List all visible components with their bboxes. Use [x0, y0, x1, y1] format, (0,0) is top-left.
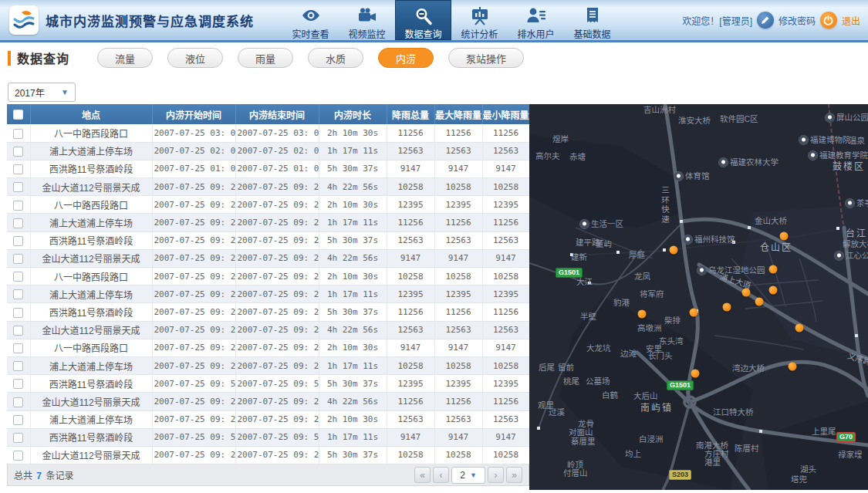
- row-checkbox[interactable]: [13, 433, 23, 443]
- nav-item-data-query[interactable]: 数据查询: [395, 0, 451, 40]
- table-row[interactable]: 浦上大道浦上停车场2007-07-25 02: 002007-07-25 02:…: [7, 142, 529, 160]
- flood-point-marker[interactable]: [769, 265, 778, 274]
- flood-point-marker[interactable]: [769, 286, 778, 295]
- app-root: 城市内涝监测预警与应急调度系统 实时查看 视频监控 数据查询: [0, 0, 868, 493]
- duration-cell: 2h 10m 30s: [319, 268, 387, 285]
- table-row[interactable]: 金山大道112号丽景天成2007-07-25 09: 212007-07-25 …: [7, 249, 529, 267]
- flood-point-marker[interactable]: [742, 289, 751, 297]
- row-checkbox-cell: [7, 285, 30, 303]
- table-row[interactable]: 八一中路西段路口2007-07-25 03: 002007-07-25 03: …: [7, 124, 529, 142]
- nav-item-base-data[interactable]: 基础数据: [564, 0, 620, 40]
- end-time-cell: 2007-07-25 09: 21: [235, 410, 319, 428]
- power-icon[interactable]: [820, 12, 837, 29]
- end-time-cell: 2007-07-25 09: 21: [235, 196, 319, 214]
- prev-page-button[interactable]: ‹: [433, 467, 449, 483]
- nav-item-drain-users[interactable]: 排水用户: [508, 0, 564, 40]
- row-checkbox[interactable]: [13, 147, 23, 157]
- next-page-button[interactable]: ›: [488, 467, 504, 483]
- row-checkbox-cell: [7, 214, 30, 231]
- table-row[interactable]: 西洪路11号祭酒岭段2007-07-25 01: 002007-07-25 01…: [7, 160, 529, 177]
- row-checkbox[interactable]: [13, 236, 23, 246]
- start-time-cell: 2007-07-25 09: 21: [152, 196, 235, 214]
- table-row[interactable]: 金山大道112号丽景天成2007-07-25 09: 212007-07-25 …: [7, 393, 529, 410]
- last-page-button[interactable]: »: [506, 467, 522, 483]
- flood-point-marker[interactable]: [780, 232, 789, 241]
- year-select[interactable]: 2017年 ▼: [8, 83, 76, 102]
- table-row[interactable]: 浦上大道浦上停车场2007-07-25 09: 212007-07-25 09:…: [7, 410, 529, 428]
- row-checkbox[interactable]: [13, 308, 23, 318]
- filter-flow[interactable]: 流量: [97, 48, 153, 68]
- flood-point-marker[interactable]: [638, 310, 647, 319]
- flood-point-marker[interactable]: [690, 309, 698, 317]
- nav-item-statistics[interactable]: 统计分析: [451, 0, 508, 40]
- flood-point-marker[interactable]: [670, 246, 678, 255]
- flood-point-marker[interactable]: [691, 370, 700, 378]
- map-label: 半壁: [580, 312, 596, 321]
- filter-rain[interactable]: 雨量: [238, 48, 293, 68]
- row-checkbox[interactable]: [13, 361, 23, 371]
- row-checkbox[interactable]: [13, 289, 23, 299]
- row-checkbox[interactable]: [13, 379, 23, 389]
- rain-min-cell: 9147: [482, 339, 529, 356]
- first-page-button[interactable]: «: [414, 467, 431, 483]
- nav-item-realtime[interactable]: 实时查看: [282, 0, 339, 40]
- start-time-cell: 2007-07-25 09: 21: [152, 303, 235, 321]
- table-row[interactable]: 西洪路11号祭酒岭段2007-07-25 09: 212007-07-25 09…: [7, 303, 529, 321]
- flood-point-marker[interactable]: [755, 298, 764, 306]
- table-row[interactable]: 金山大道112号丽景天成2007-07-25 09: 212007-07-25 …: [7, 178, 529, 196]
- table-row[interactable]: 西洪路11号祭酒岭段2007-07-25 09: 542007-07-25 09…: [7, 428, 529, 446]
- row-checkbox[interactable]: [13, 201, 23, 211]
- start-time-cell: 2007-07-25 09: 21: [152, 178, 235, 196]
- rain-total-cell: 12395: [387, 375, 434, 393]
- rain-max-cell: 10258: [434, 178, 482, 196]
- rain-total-cell: 12563: [387, 231, 434, 249]
- table-row[interactable]: 八一中路西段路口2007-07-25 09: 212007-07-25 09: …: [7, 339, 529, 356]
- rain-total-cell: 9147: [387, 249, 434, 267]
- map-label: 留前: [558, 363, 574, 372]
- edit-pencil-icon[interactable]: [757, 12, 774, 29]
- filter-waterlogging[interactable]: 内涝: [378, 48, 434, 68]
- row-checkbox[interactable]: [13, 129, 23, 139]
- flood-point-marker[interactable]: [795, 324, 804, 333]
- row-checkbox[interactable]: [13, 164, 23, 174]
- row-checkbox[interactable]: [13, 397, 23, 407]
- row-checkbox[interactable]: [13, 254, 23, 264]
- map-panel[interactable]: 吉山洲村淮安大桥软件园C区屏山公园煜岸福建博物院温泉高尔夫赤塘福建教育学院福建农…: [529, 104, 868, 490]
- nav-item-video[interactable]: 视频监控: [339, 0, 395, 40]
- rain-max-cell: 12563: [434, 321, 482, 339]
- row-checkbox[interactable]: [13, 326, 23, 336]
- filter-pump[interactable]: 泵站操作: [448, 48, 524, 68]
- row-checkbox[interactable]: [13, 415, 23, 425]
- row-checkbox[interactable]: [13, 451, 23, 461]
- page-select[interactable]: 2 ▼: [451, 467, 485, 484]
- table-row[interactable]: 浦上大道浦上停车场2007-07-25 09: 212007-07-25 09:…: [7, 285, 529, 303]
- row-checkbox[interactable]: [13, 218, 23, 228]
- row-checkbox[interactable]: [13, 272, 23, 282]
- filter-level[interactable]: 液位: [167, 48, 223, 68]
- rain-total-cell: 11256: [387, 214, 434, 231]
- flood-point-marker[interactable]: [789, 363, 797, 371]
- table-row[interactable]: 金山大道112号丽景天成2007-07-25 09: 212007-07-25 …: [7, 446, 529, 464]
- table-row[interactable]: 西洪路11号祭酒岭段2007-07-25 09: 212007-07-25 09…: [7, 231, 529, 249]
- table-row[interactable]: 八一中路西段路口2007-07-25 09: 212007-07-25 09: …: [7, 196, 529, 214]
- page-number: 2: [460, 470, 465, 481]
- select-all-checkbox[interactable]: [13, 110, 23, 120]
- rain-max-cell: 10258: [434, 268, 482, 285]
- row-checkbox[interactable]: [13, 343, 23, 353]
- row-checkbox[interactable]: [13, 182, 23, 192]
- table-row[interactable]: 金山大道112号丽景天成2007-07-25 09: 212007-07-25 …: [7, 321, 529, 339]
- table-row[interactable]: 浦上大道浦上停车场2007-07-25 09: 212007-07-25 09:…: [7, 356, 529, 374]
- drain-user-icon: [526, 5, 546, 25]
- row-checkbox-cell: [7, 268, 30, 285]
- table-row[interactable]: 八一中路西段路口2007-07-25 09: 212007-07-25 09: …: [7, 268, 529, 285]
- filter-quality[interactable]: 水质: [308, 48, 363, 68]
- table-row[interactable]: 西洪路11号祭酒岭段2007-07-25 09: 542007-07-25 09…: [7, 375, 529, 393]
- rain-min-cell: 9147: [482, 160, 529, 177]
- table-row[interactable]: 浦上大道浦上停车场2007-07-25 09: 212007-07-25 09:…: [7, 214, 529, 231]
- end-time-cell: 2007-07-25 09: 21: [235, 321, 319, 339]
- flood-point-marker[interactable]: [723, 303, 731, 312]
- change-password-link[interactable]: 修改密码: [778, 14, 816, 27]
- main-nav: 实时查看 视频监控 数据查询 统计分析: [282, 0, 620, 40]
- end-time-cell: 2007-07-25 09: 21: [235, 356, 319, 374]
- logout-link[interactable]: 退出: [842, 14, 860, 27]
